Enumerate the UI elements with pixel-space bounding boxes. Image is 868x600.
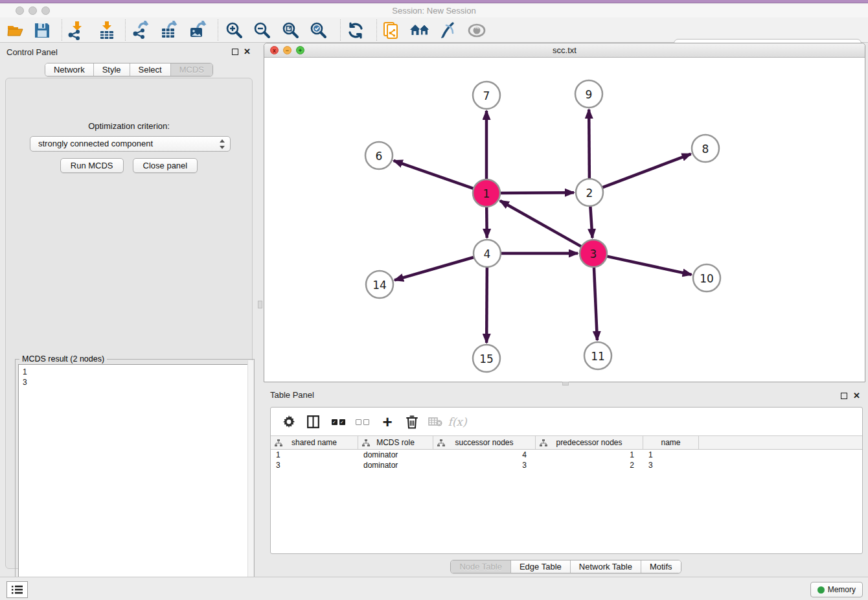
graph-node-label-1: 1 [483,187,490,200]
task-history-button[interactable] [6,581,28,598]
close-panel-button[interactable]: Close panel [133,158,198,173]
graph-node-label-15: 15 [479,352,494,365]
status-bar: Memory [0,577,868,600]
network-canvas[interactable]: 7968124314101511 [264,58,865,382]
graph-edge-1-6[interactable] [394,161,476,189]
main-toolbar [0,17,868,43]
network-view-titlebar[interactable]: x − + scc.txt [264,43,865,58]
run-mcds-button[interactable]: Run MCDS [60,158,124,173]
home-icon[interactable] [409,20,430,41]
save-icon[interactable] [32,20,52,41]
mcds-result-title: MCDS result (2 nodes) [19,354,107,363]
tab-motifs[interactable]: Motifs [641,560,681,573]
float-panel-icon[interactable] [232,49,238,55]
tab-edge-table[interactable]: Edge Table [511,560,571,573]
table-close-panel-icon[interactable]: ✕ [853,391,860,400]
tab-style[interactable]: Style [94,63,130,76]
control-panel-header: Control Panel ✕ [0,44,258,61]
graph-edge-2-3[interactable] [590,203,592,238]
graph-node-label-3: 3 [590,248,597,260]
import-table-icon[interactable] [97,20,117,41]
hide-details-eye-icon [466,20,487,41]
column-header-successor-nodes[interactable]: successor nodes [433,436,536,449]
control-panel: Control Panel ✕ Network Style Select MCD… [0,44,258,577]
select-all-columns-icon[interactable]: ✓✓ [329,413,347,431]
horizontal-splitter-handle[interactable] [562,382,569,386]
zoom-fit-icon[interactable] [280,20,301,41]
table-float-panel-icon[interactable] [841,393,847,399]
export-network-icon[interactable] [131,20,152,41]
copy-network-icon[interactable] [381,20,402,41]
zoom-in-icon[interactable] [224,20,245,41]
graph-node-label-11: 11 [591,350,605,363]
split-columns-icon[interactable] [304,413,322,431]
app-titlebar: Session: New Session [0,4,868,17]
graph-edge-3-10[interactable] [604,256,692,275]
graph-edge-3-1[interactable] [500,201,584,248]
network-view-title: scc.txt [264,45,865,55]
column-header-mcds-role[interactable]: MCDS role [358,436,433,449]
tab-network[interactable]: Network [45,63,94,76]
toolbar-separator [125,19,126,41]
toolbar-separator [62,19,62,41]
toolbar-separator [218,19,218,41]
table-settings-gear-icon[interactable] [280,413,298,431]
table-panel-title: Table Panel [270,390,314,400]
table-row[interactable]: 1 dominator 4 1 1 [271,450,862,460]
graph-node-label-9: 9 [586,88,593,101]
table-toolbar: ✓✓ + f(x) [271,408,862,435]
graph-node-label-14: 14 [372,279,387,292]
graph-edge-4-14[interactable] [394,257,477,281]
graph-node-label-6: 6 [376,150,383,163]
result-scrollbar[interactable] [247,360,253,600]
delete-table-icon [426,413,444,431]
memory-status-icon [817,586,825,594]
graph-edge-1-4[interactable] [486,204,487,238]
table-panel-header: Table Panel ✕ [264,387,868,404]
panel-splitter-handle[interactable] [258,301,262,308]
mcds-result-group: MCDS result (2 nodes) 1 3 [15,359,255,600]
optimization-criterion-value: strongly connected component [38,139,153,148]
graph-edge-3-11[interactable] [594,264,597,340]
mcds-panel: Optimization criterion: strongly connect… [5,78,253,569]
refresh-icon[interactable] [345,20,366,41]
graph-edge-4-15[interactable] [486,264,487,343]
delete-column-trash-icon[interactable] [403,413,421,431]
toolbar-separator [340,19,341,41]
graph-edge-1-2[interactable] [497,192,574,193]
table-row[interactable]: 3 dominator 3 2 3 [271,460,862,470]
column-header-shared-name[interactable]: shared name [271,436,358,449]
zoom-out-icon[interactable] [252,20,273,41]
node-table-container: ✓✓ + f(x) shared name MCDS role [270,407,863,554]
export-image-icon[interactable] [187,20,208,41]
graph-edge-2-9[interactable] [589,110,589,181]
optimization-criterion-select[interactable]: strongly connected component [30,136,231,152]
memory-button[interactable]: Memory [810,582,863,597]
column-header-name[interactable]: name [643,436,699,449]
tab-select[interactable]: Select [130,63,171,76]
table-panel-tabs: Node Table Edge Table Network Table Moti… [450,560,681,573]
zoom-selected-icon[interactable] [308,20,329,41]
graph-edge-2-8[interactable] [600,154,691,189]
network-graph: 7968124314101511 [264,58,865,382]
tab-mcds[interactable]: MCDS [171,63,212,76]
network-view-window: x − + scc.txt 7968124314101511 [264,43,865,382]
tab-node-table[interactable]: Node Table [451,560,511,573]
column-header-predecessor-nodes[interactable]: predecessor nodes [536,436,643,449]
list-icon [12,585,23,594]
tab-network-table[interactable]: Network Table [571,560,641,573]
optimization-criterion-label: Optimization criterion: [6,121,252,131]
graph-node-label-2: 2 [586,187,593,200]
mcds-result-textarea[interactable]: 1 3 [18,364,251,597]
open-folder-icon[interactable] [5,20,26,41]
import-network-icon[interactable] [66,20,87,41]
add-column-icon[interactable]: + [378,413,396,431]
export-table-icon[interactable] [159,20,179,41]
graph-node-label-8: 8 [702,143,709,156]
window-title: Session: New Session [0,6,868,16]
apply-style-icon[interactable] [437,20,458,41]
close-panel-icon[interactable]: ✕ [244,47,251,56]
control-panel-title: Control Panel [6,47,58,57]
deselect-all-columns-icon[interactable] [353,413,371,431]
control-panel-tabs: Network Style Select MCDS [45,63,213,76]
